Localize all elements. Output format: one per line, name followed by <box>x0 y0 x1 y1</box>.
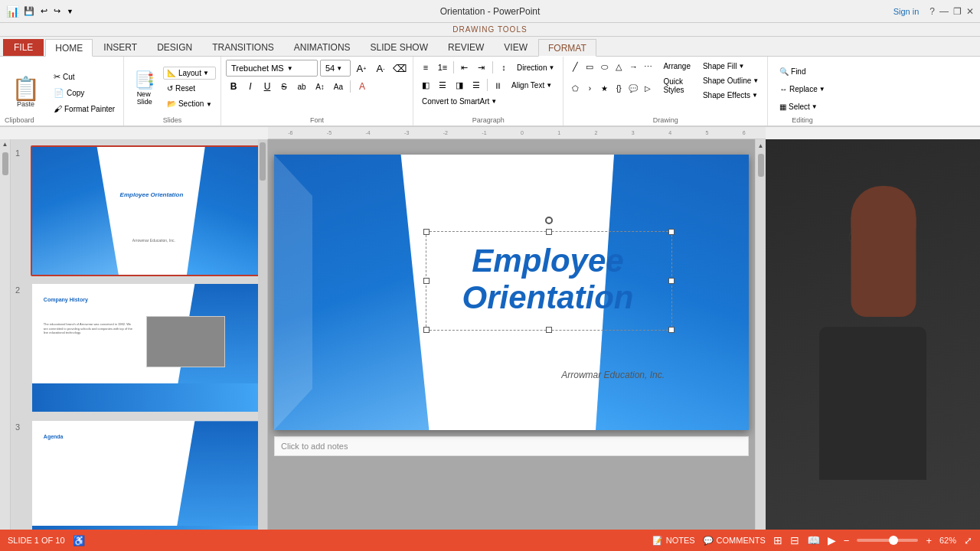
copy-button[interactable]: 📄 Copy <box>50 86 119 100</box>
justify-btn[interactable]: ☰ <box>469 77 484 93</box>
slide-thumb-3[interactable]: 3 Agenda <box>15 419 261 530</box>
panel-scroll-thumb[interactable] <box>260 142 266 181</box>
bullets-btn[interactable]: ≡ <box>418 60 433 75</box>
slide-thumb-2[interactable]: 2 Company History The educational branch… <box>15 282 261 413</box>
shadow-btn[interactable]: ab <box>293 79 310 94</box>
quick-styles-button[interactable]: QuickStyles <box>659 75 694 96</box>
select-button[interactable]: ▦ Select ▼ <box>773 99 831 114</box>
slide-preview-1[interactable]: Employee Orientation Arrowmar Education,… <box>31 145 261 276</box>
tab-design[interactable]: DESIGN <box>148 39 201 56</box>
scroll-thumb-right[interactable] <box>758 154 764 177</box>
text-direction-btn[interactable]: Direction ▼ <box>513 61 558 74</box>
accessibility-icon[interactable]: ♿ <box>73 535 85 546</box>
sign-in-btn[interactable]: Sign in <box>887 5 926 18</box>
layout-button[interactable]: 📐 Layout ▼ <box>163 67 216 80</box>
numbering-btn[interactable]: 1≡ <box>435 60 450 75</box>
case-btn[interactable]: Aa <box>330 79 347 94</box>
new-slide-button[interactable]: 📑 NewSlide <box>129 68 160 108</box>
tab-transitions[interactable]: TRANSITIONS <box>203 39 283 56</box>
restore-btn[interactable]: ❐ <box>953 6 962 17</box>
right-scrollbar[interactable]: ▲ <box>755 139 766 530</box>
underline-btn[interactable]: U <box>260 79 275 94</box>
shape-fill-button[interactable]: Shape Fill ▼ <box>699 60 763 73</box>
find-button[interactable]: 🔍 Find <box>773 64 831 79</box>
slide-preview-2[interactable]: Company History The educational branch o… <box>31 282 261 413</box>
align-center-btn[interactable]: ☰ <box>435 77 450 93</box>
tab-slideshow[interactable]: SLIDE SHOW <box>361 39 437 56</box>
font-family-selector[interactable]: Trebuchet MS ▼ <box>226 60 318 77</box>
convert-smartart-btn[interactable]: Convert to SmartArt ▼ <box>418 95 501 108</box>
save-btn[interactable]: 💾 <box>22 5 36 18</box>
italic-btn[interactable]: I <box>243 79 258 94</box>
handle-bl[interactable] <box>423 327 430 333</box>
scroll-thumb-v[interactable] <box>2 152 8 175</box>
help-btn[interactable]: ? <box>929 6 935 17</box>
minimize-btn[interactable]: — <box>939 6 949 17</box>
decrease-indent-btn[interactable]: ⇤ <box>457 60 472 75</box>
handle-tr[interactable] <box>668 229 675 235</box>
shape-more[interactable]: ⋯ <box>641 60 655 73</box>
arrange-button[interactable]: Arrange <box>659 60 694 73</box>
align-left-btn[interactable]: ◧ <box>418 77 433 93</box>
customize-btn[interactable]: ▼ <box>65 6 75 17</box>
align-right-btn[interactable]: ◨ <box>452 77 467 93</box>
slide-thumb-1[interactable]: 1 Employee Orientation Arrowmar Educatio… <box>15 145 261 276</box>
shape-arrow[interactable]: → <box>626 60 640 73</box>
slide-preview-3[interactable]: Agenda <box>31 419 261 530</box>
line-spacing-btn[interactable]: ↕ <box>496 60 511 75</box>
zoom-in-btn[interactable]: + <box>926 535 932 546</box>
shape-triangle[interactable]: △ <box>612 60 626 73</box>
notes-area[interactable]: Click to add notes <box>274 436 749 456</box>
shape-oval[interactable]: ⬭ <box>597 60 611 73</box>
cut-button[interactable]: ✂ Cut <box>50 70 119 84</box>
tab-format[interactable]: FORMAT <box>538 39 596 57</box>
format-painter-button[interactable]: 🖌 Format Painter <box>50 102 119 116</box>
decrease-font-btn[interactable]: A- <box>372 60 389 77</box>
fit-btn[interactable]: ⤢ <box>964 535 972 546</box>
tab-animations[interactable]: ANIMATIONS <box>285 39 360 56</box>
shape-bracket[interactable]: {} <box>612 81 626 95</box>
shape-action[interactable]: ▷ <box>641 81 655 95</box>
char-spacing-btn[interactable]: A↕ <box>312 79 328 94</box>
slide-title[interactable]: Employee Orientation <box>431 243 665 316</box>
reset-button[interactable]: ↺ Reset <box>163 82 216 95</box>
increase-indent-btn[interactable]: ⇥ <box>474 60 489 75</box>
undo-btn[interactable]: ↩ <box>39 5 49 18</box>
tab-view[interactable]: VIEW <box>495 39 537 56</box>
clear-format-btn[interactable]: ⌫ <box>391 60 408 77</box>
handle-ml[interactable] <box>423 278 430 284</box>
increase-font-btn[interactable]: A+ <box>353 60 370 77</box>
zoom-slider[interactable] <box>857 539 918 542</box>
up-scroll-btn[interactable]: ▲ <box>1 139 10 149</box>
shape-chevron[interactable]: › <box>583 81 596 95</box>
zoom-level[interactable]: 62% <box>939 536 956 545</box>
shape-star[interactable]: ★ <box>597 81 611 95</box>
close-btn[interactable]: ✕ <box>966 6 974 17</box>
tab-home[interactable]: HOME <box>45 39 93 57</box>
main-slide[interactable]: Employee Orientation Arrowmar Education,… <box>274 155 749 430</box>
replace-button[interactable]: ↔ Replace ▼ <box>773 82 831 96</box>
bold-btn[interactable]: B <box>226 79 241 94</box>
reading-view-btn[interactable]: 📖 <box>807 534 820 546</box>
tab-insert[interactable]: INSERT <box>94 39 146 56</box>
tab-review[interactable]: REVIEW <box>439 39 493 56</box>
panel-scrollbar[interactable] <box>258 139 267 530</box>
shape-line[interactable]: ╱ <box>568 60 582 73</box>
shape-effects-button[interactable]: Shape Effects ▼ <box>699 89 763 102</box>
font-color-btn[interactable]: A <box>354 79 371 94</box>
notes-btn[interactable]: 📝 NOTES <box>652 536 695 546</box>
redo-btn[interactable]: ↪ <box>52 5 62 18</box>
zoom-out-btn[interactable]: − <box>844 535 850 546</box>
slideshow-btn[interactable]: ▶ <box>828 534 836 546</box>
shape-pentagon[interactable]: ⬠ <box>568 81 582 95</box>
handle-tl[interactable] <box>423 229 430 235</box>
slide-subtitle[interactable]: Arrowmar Education, Inc. <box>561 370 665 380</box>
shape-rect[interactable]: ▭ <box>583 60 596 73</box>
columns-btn[interactable]: ⫼ <box>491 77 506 93</box>
font-size-selector[interactable]: 54 ▼ <box>320 60 351 77</box>
comments-btn[interactable]: 💬 COMMENTS <box>703 536 766 546</box>
strikethrough-btn[interactable]: S <box>276 79 292 94</box>
rotation-handle[interactable] <box>545 217 553 224</box>
tab-file[interactable]: FILE <box>3 39 44 56</box>
shape-outline-button[interactable]: Shape Outline ▼ <box>699 74 763 87</box>
